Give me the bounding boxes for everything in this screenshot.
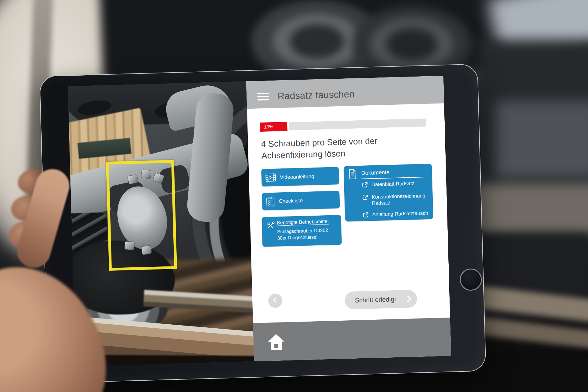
chevron-right-icon — [405, 294, 413, 303]
film-play-icon — [265, 173, 276, 182]
documents-title-underline — [361, 177, 426, 179]
step-heading: 4 Schrauben pro Seite von der Achsenfixi… — [261, 134, 413, 162]
bg-rail-streak-2 — [474, 316, 588, 350]
page-title: Radsatz tauschen — [277, 89, 355, 102]
progress-fill: 10% — [260, 122, 288, 132]
doc-link-label: Konstruktionszeichnung Radsatz — [371, 192, 433, 206]
video-guide-label: Videoanleitung — [280, 173, 315, 180]
step-done-label: Schritt erledigt — [355, 296, 396, 304]
chevron-left-icon — [272, 297, 279, 305]
progress-track — [289, 119, 426, 130]
video-guide-button[interactable]: Videoanleitung — [261, 167, 339, 187]
panel-header: Radsatz tauschen — [246, 76, 444, 109]
external-link-icon — [362, 211, 369, 220]
home-icon[interactable] — [267, 334, 285, 352]
step-done-button[interactable]: Schritt erledigt — [345, 290, 417, 310]
tablet-home-button — [459, 268, 482, 291]
bg-horizontal-band — [469, 184, 588, 236]
back-button[interactable] — [268, 293, 282, 308]
instruction-panel: Radsatz tauschen 10% 4 Schrauben pro Sei… — [246, 76, 451, 361]
ar-camera-view — [68, 81, 254, 366]
document-icon — [348, 169, 357, 181]
checklist-label: Checkliste — [279, 198, 303, 204]
progress-bar: 10% — [260, 118, 426, 132]
scene: Radsatz tauschen 10% 4 Schrauben pro Sei… — [0, 0, 588, 392]
ar-highlight-box — [106, 160, 177, 271]
tools-icon — [265, 220, 276, 232]
doc-link-datenblatt[interactable]: Datenblatt Radsatz — [361, 180, 414, 190]
external-link-icon — [361, 181, 368, 190]
tablet-device: Radsatz tauschen 10% 4 Schrauben pro Sei… — [39, 64, 486, 383]
equipment-box: Benötigte Betriebsmittel Schlagschrauber… — [262, 215, 342, 247]
equipment-title: Benötigte Betriebsmittel — [277, 219, 329, 226]
menu-icon[interactable] — [257, 93, 269, 100]
doc-link-label: Datenblatt Radsatz — [371, 180, 414, 187]
documents-title: Dokumente — [361, 169, 390, 176]
documents-box: Dokumente Datenblatt Radsatz — [344, 164, 433, 222]
checklist-button[interactable]: Checkliste — [262, 191, 340, 210]
doc-link-anleitung[interactable]: Anleitung Radsatztausch — [362, 210, 428, 220]
doc-link-label: Anleitung Radsatztausch — [372, 210, 428, 217]
bg-mid-structure — [496, 101, 588, 178]
clipboard-check-icon — [266, 196, 275, 206]
external-link-icon — [362, 194, 369, 202]
panel-footer — [253, 318, 451, 361]
equipment-item: 30er Ringschlüssel — [277, 233, 328, 241]
tablet-screen: Radsatz tauschen 10% 4 Schrauben pro Sei… — [68, 76, 451, 366]
doc-link-konstruktionszeichnung[interactable]: Konstruktionszeichnung Radsatz — [362, 192, 433, 206]
